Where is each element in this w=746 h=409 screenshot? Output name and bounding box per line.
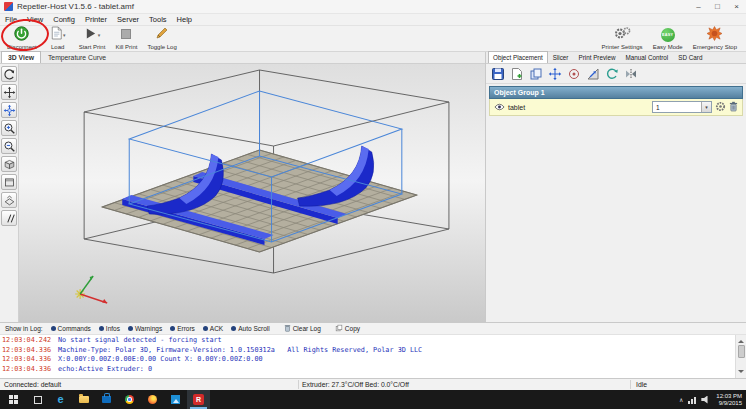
taskbar-chrome[interactable] <box>118 390 141 409</box>
show-in-log-label: Show in Log: <box>5 325 43 332</box>
filter-label: Commands <box>58 325 91 332</box>
copy-object-icon[interactable] <box>528 66 544 82</box>
load-button[interactable]: ▾ Load <box>42 26 74 51</box>
delete-object-trash-icon[interactable] <box>729 101 738 113</box>
object-group-header[interactable]: Object Group 1 <box>489 86 743 99</box>
taskbar-store[interactable] <box>95 390 118 409</box>
filter-dot-icon <box>128 326 133 331</box>
object-settings-gear-icon[interactable] <box>715 101 726 113</box>
object-list-item[interactable]: tablet 1 ▾ <box>489 99 743 116</box>
tab-print-preview[interactable]: Print Preview <box>573 51 620 63</box>
taskbar-task-view[interactable] <box>26 390 49 409</box>
log-filter-warnings[interactable]: Warnings <box>128 325 162 332</box>
rotate-view-icon[interactable] <box>1 66 17 82</box>
stop-icon <box>120 26 132 44</box>
tab-temperature-curve[interactable]: Temperature Curve <box>41 51 113 63</box>
document-icon <box>50 26 62 44</box>
photos-icon <box>171 395 180 404</box>
log-filter-commands[interactable]: Commands <box>51 325 91 332</box>
main-toolbar: Disconnect ▾ Load ▾ Start Print Kill Pri… <box>0 26 746 52</box>
visibility-eye-icon[interactable] <box>494 103 505 112</box>
autoposition-icon[interactable] <box>547 66 563 82</box>
tab-3d-view[interactable]: 3D View <box>1 51 41 63</box>
start-button[interactable] <box>0 390 26 409</box>
copies-dropdown[interactable]: 1 ▾ <box>652 101 712 113</box>
printer-state: Idle <box>636 379 647 390</box>
chevron-down-icon[interactable]: ▾ <box>63 33 66 38</box>
mirror-object-icon[interactable] <box>623 66 639 82</box>
status-separator <box>630 380 631 389</box>
iso-view-icon[interactable] <box>1 156 17 172</box>
start-print-button[interactable]: ▾ Start Print <box>74 26 111 51</box>
network-icon[interactable] <box>688 396 696 404</box>
disconnect-button[interactable]: Disconnect <box>2 26 42 51</box>
taskbar-clock[interactable]: 12:03 PM 9/9/2015 <box>716 393 742 407</box>
log-filter-infos[interactable]: Infos <box>99 325 120 332</box>
chevron-up-icon[interactable]: ∧ <box>679 396 683 403</box>
log-timestamp: 12:03:04.336 <box>2 346 58 356</box>
close-button[interactable]: × <box>727 0 746 14</box>
object-name: tablet <box>508 104 525 111</box>
filter-label: Infos <box>106 325 120 332</box>
easy-mode-button[interactable]: EASY Easy Mode <box>648 26 688 51</box>
tab-object-placement[interactable]: Object Placement <box>488 51 548 63</box>
tab-slicer[interactable]: Slicer <box>548 51 574 63</box>
menu-item-tools[interactable]: Tools <box>144 14 172 26</box>
edge-icon: e <box>57 394 63 405</box>
log-filter-auto-scroll[interactable]: Auto Scroll <box>231 325 269 332</box>
tab-manual-control[interactable]: Manual Control <box>621 51 674 63</box>
menu-item-help[interactable]: Help <box>172 14 197 26</box>
parallel-projection-icon[interactable] <box>1 210 17 226</box>
pencil-icon <box>155 26 169 44</box>
log-timestamp: 12:03:04.336 <box>2 355 58 365</box>
log-entry: 12:03:04.336Machine-Type: Polar 3D, Firm… <box>2 346 734 356</box>
center-object-icon[interactable] <box>566 66 582 82</box>
scrollbar-thumb[interactable] <box>738 345 745 358</box>
menu-item-config[interactable]: Config <box>48 14 80 26</box>
menu-item-file[interactable]: File <box>0 14 22 26</box>
kill-print-button[interactable]: Kill Print <box>110 26 142 51</box>
rotate-object-icon[interactable] <box>604 66 620 82</box>
taskbar-repetier-host[interactable]: R <box>187 390 210 409</box>
scale-object-icon[interactable] <box>585 66 601 82</box>
top-view-icon[interactable] <box>1 192 17 208</box>
front-view-icon[interactable] <box>1 174 17 190</box>
scroll-up-icon[interactable] <box>738 337 744 343</box>
3d-viewport[interactable] <box>19 64 485 322</box>
move-object-icon[interactable] <box>1 102 17 118</box>
save-stl-icon[interactable] <box>490 66 506 82</box>
zoom-out-icon[interactable] <box>1 138 17 154</box>
add-object-icon[interactable] <box>509 66 525 82</box>
log-scrollbar[interactable] <box>735 335 746 378</box>
taskbar-file-explorer[interactable] <box>72 390 95 409</box>
log-entry: 12:03:04.336echo:Active Extruder: 0 <box>2 365 734 375</box>
minimize-button[interactable]: – <box>689 0 708 14</box>
copy-log-button[interactable]: Copy <box>335 324 360 333</box>
menu-item-view[interactable]: View <box>22 14 48 26</box>
toggle-log-button[interactable]: Toggle Log <box>142 26 181 51</box>
zoom-in-icon[interactable] <box>1 120 17 136</box>
emergency-stop-button[interactable]: Emergency Stop <box>688 26 742 51</box>
clear-log-button[interactable]: Clear Log <box>284 324 321 333</box>
log-filter-ack[interactable]: ACK <box>203 325 223 332</box>
filter-label: Errors <box>177 325 195 332</box>
taskbar-firefox[interactable] <box>141 390 164 409</box>
menu-item-printer[interactable]: Printer <box>80 14 112 26</box>
chevron-down-icon[interactable]: ▾ <box>98 33 101 38</box>
taskbar-photos[interactable] <box>164 390 187 409</box>
log-timestamp: 12:03:04.336 <box>2 365 58 375</box>
printer-settings-button[interactable]: Printer Settings <box>597 26 648 51</box>
folder-icon <box>79 396 89 403</box>
status-bar: Connected: default Extruder: 27.3°C/Off … <box>0 378 746 390</box>
play-icon <box>84 26 97 44</box>
move-view-icon[interactable] <box>1 84 17 100</box>
volume-icon[interactable] <box>701 396 709 404</box>
taskbar-edge[interactable]: e <box>49 390 72 409</box>
menu-item-server[interactable]: Server <box>112 14 144 26</box>
maximize-button[interactable]: □ <box>708 0 727 14</box>
chevron-down-icon[interactable]: ▾ <box>701 102 711 112</box>
repetier-host-window: Repetier-Host V1.5.6 - tablet.amf – □ × … <box>0 0 746 409</box>
tab-sd-card[interactable]: SD Card <box>673 51 707 63</box>
scroll-down-icon[interactable] <box>738 370 744 376</box>
log-filter-errors[interactable]: Errors <box>170 325 195 332</box>
